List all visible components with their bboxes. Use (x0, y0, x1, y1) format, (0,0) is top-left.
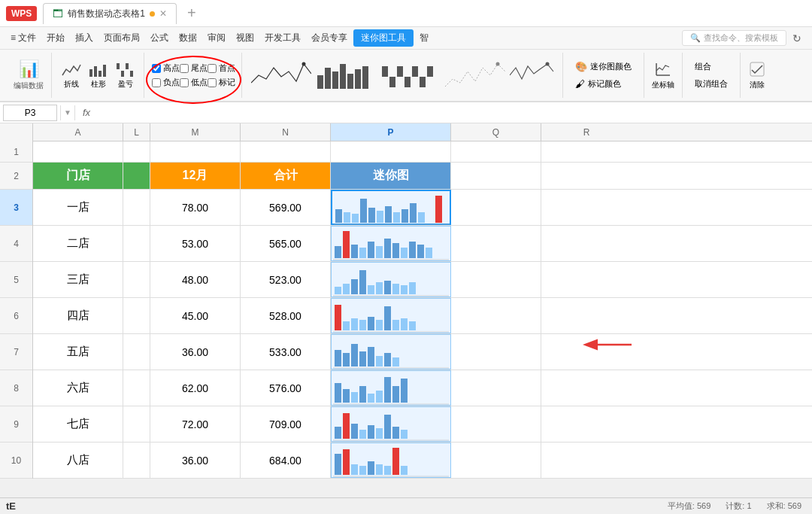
line-chart-btn[interactable]: 折线 (61, 62, 82, 90)
cell-Q10[interactable] (451, 443, 541, 478)
cell-M8[interactable]: 62.00 (150, 370, 241, 406)
cell-M3[interactable]: 78.00 (150, 190, 241, 225)
col-header-R[interactable]: R (541, 123, 632, 141)
row-header-1[interactable]: 1 (0, 141, 32, 163)
cell-P8[interactable] (331, 370, 451, 406)
menu-view[interactable]: 视图 (232, 29, 259, 47)
row-header-10[interactable]: 10 (0, 443, 32, 479)
cell-L8[interactable] (123, 370, 150, 406)
cell-Q5[interactable] (451, 262, 541, 297)
clear-btn[interactable]: 清除 (748, 60, 766, 90)
row-header-9[interactable]: 9 (0, 406, 32, 443)
row-header-2[interactable]: 2 (0, 163, 32, 190)
cell-P7[interactable] (331, 334, 451, 370)
cell-M2[interactable]: 12月 (150, 163, 241, 189)
cell-P5[interactable] (331, 262, 451, 297)
cell-N9[interactable]: 709.00 (241, 406, 331, 442)
row-header-4[interactable]: 4 (0, 226, 32, 262)
cell-M9[interactable]: 72.00 (150, 406, 241, 442)
cell-R6[interactable] (541, 298, 632, 333)
menu-dev[interactable]: 开发工具 (260, 29, 305, 47)
cell-R2[interactable] (541, 163, 632, 189)
cell-L1[interactable] (123, 141, 150, 162)
cell-A3[interactable]: 一店 (33, 190, 123, 225)
cell-R9[interactable] (541, 406, 632, 442)
col-header-N[interactable]: N (241, 123, 331, 141)
cell-Q9[interactable] (451, 406, 541, 442)
cell-N3[interactable]: 569.00 (241, 190, 331, 225)
cell-Q8[interactable] (451, 370, 541, 406)
cell-M1[interactable] (150, 141, 241, 162)
cell-N8[interactable]: 576.00 (241, 370, 331, 406)
cell-R10[interactable] (541, 443, 632, 478)
cell-Q2[interactable] (451, 163, 541, 189)
cell-L9[interactable] (123, 406, 150, 442)
cell-N2[interactable]: 合计 (241, 163, 331, 189)
checkbox-marker[interactable]: 标记 (208, 77, 235, 88)
sparkline-color-btn[interactable]: 🎨 迷你图颜色 (572, 59, 635, 74)
winloss-chart-btn[interactable]: 盈亏 (115, 62, 136, 90)
row-header-6[interactable]: 6 (0, 298, 32, 334)
cell-M7[interactable]: 36.00 (150, 334, 241, 370)
cell-P2[interactable]: 迷你图 (331, 163, 451, 189)
cell-Q6[interactable] (451, 298, 541, 333)
checkbox-high-input[interactable] (152, 64, 161, 73)
checkbox-neg-input[interactable] (152, 78, 161, 87)
cell-N6[interactable]: 528.00 (241, 298, 331, 333)
menu-insert[interactable]: 插入 (71, 29, 98, 47)
row-header-5[interactable]: 5 (0, 262, 32, 298)
cell-M4[interactable]: 53.00 (150, 226, 241, 261)
cell-P10[interactable] (331, 443, 451, 478)
search-box[interactable]: 🔍 查找命令、搜索模板 (682, 30, 786, 46)
cell-N10[interactable]: 684.00 (241, 443, 331, 478)
cell-A2[interactable]: 门店 (33, 163, 123, 189)
cell-R1[interactable] (541, 141, 632, 162)
bar-chart-btn[interactable]: 柱形 (88, 62, 109, 90)
combine-btn[interactable]: 组合 (692, 59, 731, 74)
row-header-8[interactable]: 8 (0, 370, 32, 406)
cell-L5[interactable] (123, 262, 150, 297)
marker-color-btn[interactable]: 🖌 标记颜色 (572, 77, 635, 91)
checkbox-low[interactable]: 低点 (180, 77, 208, 88)
checkbox-first[interactable]: 首点 (208, 62, 235, 74)
col-header-M[interactable]: M (150, 123, 241, 141)
cell-Q7[interactable] (451, 334, 541, 370)
menu-data[interactable]: 数据 (174, 29, 201, 47)
cell-Q4[interactable] (451, 226, 541, 261)
cell-A6[interactable]: 四店 (33, 298, 123, 333)
checkbox-neg[interactable]: 负点 (152, 77, 180, 88)
cell-R8[interactable] (541, 370, 632, 406)
col-header-Q[interactable]: Q (451, 123, 541, 141)
cell-M5[interactable]: 48.00 (150, 262, 241, 297)
checkbox-tail[interactable]: 尾点 (180, 62, 208, 74)
cell-L7[interactable] (123, 334, 150, 370)
cell-M6[interactable]: 45.00 (150, 298, 241, 333)
cell-L4[interactable] (123, 226, 150, 261)
cell-Q3[interactable] (451, 190, 541, 225)
col-header-L[interactable]: L (123, 123, 150, 141)
cell-L3[interactable] (123, 190, 150, 225)
menu-page[interactable]: 页面布局 (99, 29, 144, 47)
menu-review[interactable]: 审阅 (203, 29, 230, 47)
checkbox-low-input[interactable] (180, 78, 189, 87)
dropdown-icon[interactable]: ▼ (64, 108, 71, 117)
cell-L10[interactable] (123, 443, 150, 478)
cell-N4[interactable]: 565.00 (241, 226, 331, 261)
axis-btn[interactable]: 坐标轴 (652, 60, 674, 90)
cell-A4[interactable]: 二店 (33, 226, 123, 261)
row-header-7[interactable]: 7 (0, 334, 32, 370)
refresh-icon[interactable]: ↻ (788, 30, 806, 47)
cell-ref-input[interactable] (3, 105, 57, 121)
cell-P6[interactable] (331, 298, 451, 333)
cell-R4[interactable] (541, 226, 632, 261)
cell-L2[interactable] (123, 163, 150, 189)
col-header-P[interactable]: P (331, 123, 451, 141)
cell-L6[interactable] (123, 298, 150, 333)
tab-close-icon[interactable]: ✕ (159, 8, 167, 19)
cell-A5[interactable]: 三店 (33, 262, 123, 297)
checkbox-tail-input[interactable] (180, 64, 189, 73)
checkbox-high[interactable]: 高点 (152, 62, 180, 74)
cell-P4[interactable] (331, 226, 451, 261)
menu-formula[interactable]: 公式 (146, 29, 173, 47)
cell-N5[interactable]: 523.00 (241, 262, 331, 297)
